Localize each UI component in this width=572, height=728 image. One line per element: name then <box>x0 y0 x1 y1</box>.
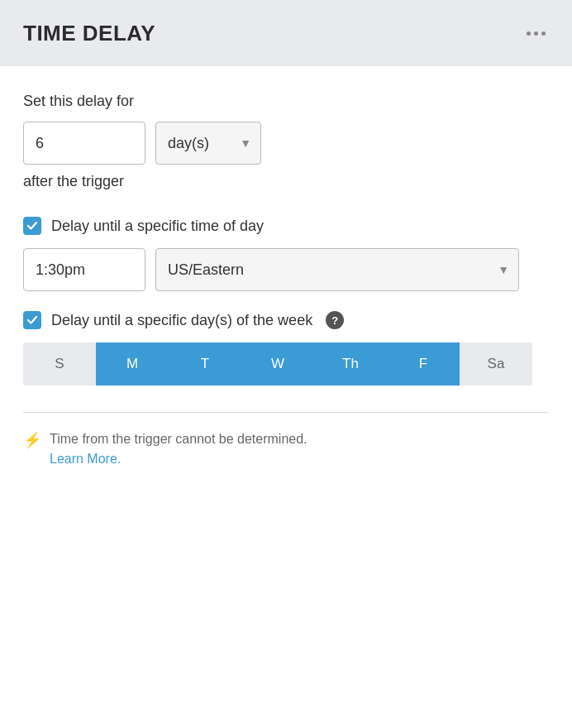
specific-day-label: Delay until a specific day(s) of the wee… <box>51 312 312 329</box>
time-input[interactable] <box>23 248 145 291</box>
time-row: US/Eastern US/Central US/Mountain US/Pac… <box>23 248 549 291</box>
unit-select-wrapper: day(s) hour(s) minute(s) week(s) ▼ <box>155 122 261 165</box>
main-content: Set this delay for day(s) hour(s) minute… <box>0 66 572 492</box>
specific-time-checkbox-row: Delay until a specific time of day <box>23 217 549 235</box>
delay-number-input[interactable] <box>23 122 145 165</box>
specific-time-section: Delay until a specific time of day US/Ea… <box>23 217 549 291</box>
day-wednesday[interactable]: W <box>241 342 314 386</box>
info-text: Time from the trigger cannot be determin… <box>50 429 307 469</box>
day-tuesday[interactable]: T <box>169 342 241 386</box>
day-monday[interactable]: M <box>96 342 169 386</box>
days-row: S M T W Th F Sa <box>23 342 549 386</box>
checkmark-day-icon <box>26 314 38 326</box>
more-dot-1 <box>527 31 531 36</box>
specific-time-label: Delay until a specific time of day <box>51 218 264 235</box>
info-divider <box>23 412 549 413</box>
timezone-select[interactable]: US/Eastern US/Central US/Mountain US/Pac… <box>155 248 519 291</box>
more-dot-2 <box>534 31 538 36</box>
specific-day-section: Delay until a specific day(s) of the wee… <box>23 311 549 386</box>
specific-day-checkbox-row: Delay until a specific day(s) of the wee… <box>23 311 549 329</box>
day-saturday[interactable]: Sa <box>460 342 532 386</box>
timezone-select-wrapper: US/Eastern US/Central US/Mountain US/Pac… <box>155 248 519 291</box>
help-icon[interactable]: ? <box>326 311 344 329</box>
unit-select[interactable]: day(s) hour(s) minute(s) week(s) <box>155 122 261 165</box>
day-friday[interactable]: F <box>387 342 460 386</box>
header: TIME DELAY <box>0 0 572 66</box>
specific-time-checkbox[interactable] <box>23 217 41 235</box>
day-thursday[interactable]: Th <box>314 342 387 386</box>
day-sunday[interactable]: S <box>23 342 96 386</box>
lightning-icon: ⚡ <box>23 431 41 449</box>
delay-row: day(s) hour(s) minute(s) week(s) ▼ <box>23 122 549 165</box>
info-message: Time from the trigger cannot be determin… <box>50 432 307 446</box>
learn-more-link[interactable]: Learn More. <box>50 452 121 466</box>
more-dot-3 <box>541 31 546 36</box>
more-options-button[interactable] <box>523 28 549 39</box>
delay-amount-section: Set this delay for day(s) hour(s) minute… <box>23 93 549 190</box>
info-row: ⚡ Time from the trigger cannot be determ… <box>23 429 549 469</box>
checkmark-icon <box>26 220 38 232</box>
page-title: TIME DELAY <box>23 21 155 46</box>
after-trigger-label: after the trigger <box>23 173 549 190</box>
delay-label: Set this delay for <box>23 93 549 110</box>
specific-day-checkbox[interactable] <box>23 311 41 329</box>
